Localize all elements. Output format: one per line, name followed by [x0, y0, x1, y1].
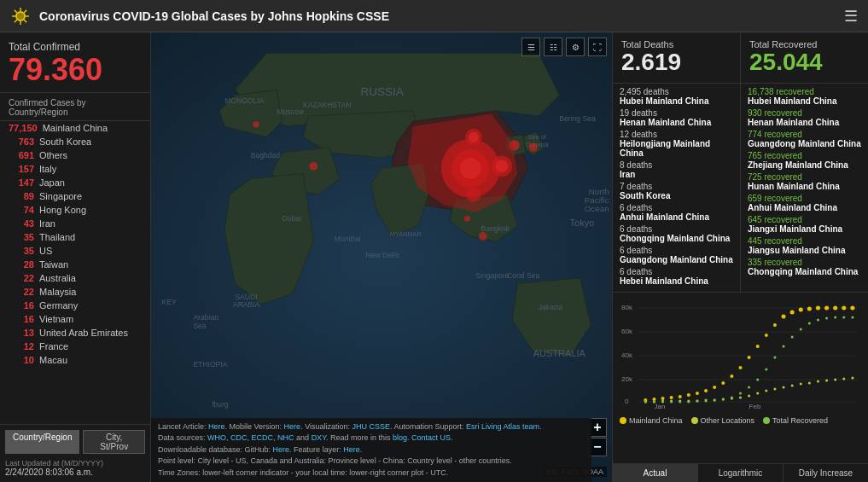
country-row[interactable]: 77,150Mainland China	[0, 121, 150, 135]
svg-text:0: 0	[625, 398, 629, 405]
svg-text:Moscow: Moscow	[277, 107, 304, 116]
country-name: South Korea	[39, 136, 91, 147]
country-row[interactable]: 13United Arab Emirates	[0, 326, 150, 340]
country-row[interactable]: 22Malaysia	[0, 285, 150, 299]
nhc-link[interactable]: NHC	[277, 433, 294, 442]
country-name: Mainland China	[43, 123, 108, 133]
svg-point-88	[816, 305, 820, 310]
deaths-entry-count: 19 deaths	[620, 108, 733, 118]
svg-point-138	[817, 318, 819, 321]
country-row[interactable]: 28Taiwan	[0, 258, 150, 271]
svg-point-73	[687, 393, 690, 397]
svg-point-81	[756, 345, 760, 348]
svg-point-117	[851, 376, 853, 379]
legend-dot	[763, 417, 770, 424]
dxy-link[interactable]: DXY	[312, 433, 326, 442]
tab-actual[interactable]: Actual	[613, 464, 698, 482]
svg-point-131	[756, 378, 759, 380]
svg-point-69	[652, 398, 655, 401]
country-count: 28	[9, 259, 34, 270]
country-list-header: Confirmed Cases by Country/Region	[0, 93, 150, 121]
lancet-link[interactable]: Here	[208, 422, 225, 431]
country-row[interactable]: 16Vietnam	[0, 312, 150, 326]
ecdc-link[interactable]: ECDC	[252, 433, 274, 442]
deaths-entry-count: 6 deaths	[620, 224, 733, 234]
deaths-entry-count: 2,495 deaths	[620, 87, 733, 96]
feature-link[interactable]: Here	[343, 445, 360, 454]
deaths-entry-place: Hubei Mainland China	[620, 96, 733, 106]
country-row[interactable]: 691Others	[0, 148, 150, 162]
svg-point-75	[704, 389, 708, 392]
deaths-entry-count: 7 deaths	[620, 182, 733, 191]
mobile-link[interactable]: Here	[284, 422, 301, 431]
svg-point-53	[253, 121, 259, 127]
esri-link[interactable]: Esri Living Atlas team	[466, 422, 539, 431]
tab-country-region[interactable]: Country/Region	[5, 430, 79, 454]
svg-point-54	[479, 232, 487, 241]
country-row[interactable]: 16Germany	[0, 299, 150, 312]
deaths-box: Total Deaths 2.619	[613, 32, 741, 83]
country-row[interactable]: 157Italy	[0, 162, 150, 176]
country-count: 77,150	[9, 123, 38, 133]
svg-point-109	[783, 386, 785, 388]
svg-text:SAUDI: SAUDI	[235, 293, 257, 301]
svg-point-72	[679, 395, 682, 398]
svg-point-121	[670, 400, 673, 403]
svg-point-71	[670, 396, 673, 399]
who-link[interactable]: WHO	[207, 433, 226, 442]
svg-text:Bangkok: Bangkok	[481, 224, 510, 233]
main: Total Confirmed 79.360 Confirmed Cases b…	[0, 32, 868, 482]
svg-text:Arabian: Arabian	[193, 313, 218, 322]
menu-icon[interactable]: ☰	[844, 7, 858, 26]
total-confirmed-value: 79.360	[9, 55, 142, 85]
country-row[interactable]: 147Japan	[0, 176, 150, 189]
svg-point-115	[834, 378, 836, 380]
stat-lists: 2,495 deathsHubei Mainland China19 death…	[613, 84, 868, 293]
blog-link[interactable]: blog	[393, 433, 407, 442]
tab-logarithmic[interactable]: Logarithmic	[698, 464, 784, 482]
cdc-link[interactable]: CDC	[230, 433, 248, 442]
country-row[interactable]: 43Iran	[0, 217, 150, 230]
svg-point-82	[765, 334, 768, 337]
map-tool-settings[interactable]: ⚙	[566, 38, 585, 56]
svg-point-135	[791, 335, 794, 338]
recovered-entry: 445 recoveredJiangsu Mainland China	[748, 236, 861, 255]
country-row[interactable]: 22Australia	[0, 271, 150, 285]
country-row[interactable]: 89Singapore	[0, 189, 150, 203]
svg-text:Sea: Sea	[193, 322, 206, 330]
deaths-entry-place: South Korea	[620, 191, 733, 200]
tab-daily-increase[interactable]: Daily Increase	[784, 464, 868, 482]
map-area[interactable]: RUSSIA Moscow Baghdad Dubai Mumbai New D…	[151, 32, 612, 482]
github-link[interactable]: Here	[273, 445, 290, 454]
recovered-entry-count: 725 recovered	[748, 172, 861, 182]
tab-city-state[interactable]: City, St/Prov	[83, 430, 145, 454]
svg-text:Ocean: Ocean	[585, 204, 609, 213]
country-row[interactable]: 35US	[0, 244, 150, 258]
svg-point-51	[529, 143, 538, 152]
country-row[interactable]: 35Thailand	[0, 230, 150, 244]
vis-link[interactable]: JHU CSSE	[352, 422, 391, 431]
country-row[interactable]: 763South Korea	[0, 135, 150, 148]
svg-point-85	[790, 310, 795, 314]
svg-point-90	[833, 305, 837, 310]
country-row[interactable]: 12France	[0, 340, 150, 353]
contact-link[interactable]: Contact US	[411, 433, 451, 442]
legend-label: Other Locations	[701, 416, 755, 425]
deaths-entry: 6 deathsGuangdong Mainland China	[620, 246, 733, 264]
svg-point-89	[824, 305, 829, 310]
deaths-entry-count: 8 deaths	[620, 160, 733, 170]
top-stats: Total Deaths 2.619 Total Recovered 25.04…	[613, 32, 868, 84]
svg-text:MONGOLIA: MONGOLIA	[224, 96, 264, 105]
svg-point-128	[731, 396, 733, 398]
country-row[interactable]: 74Hong Kong	[0, 203, 150, 217]
map-tool-grid[interactable]: ☷	[544, 38, 562, 56]
country-count: 35	[9, 232, 34, 242]
map-tool-list[interactable]: ☰	[521, 38, 540, 56]
svg-point-79	[738, 366, 742, 369]
country-count: 763	[9, 136, 34, 147]
country-row[interactable]: 10Macau	[0, 353, 150, 367]
svg-point-108	[773, 387, 776, 390]
svg-point-134	[783, 345, 785, 347]
country-name: Vietnam	[39, 314, 73, 324]
map-tool-expand[interactable]: ⛶	[588, 38, 607, 56]
